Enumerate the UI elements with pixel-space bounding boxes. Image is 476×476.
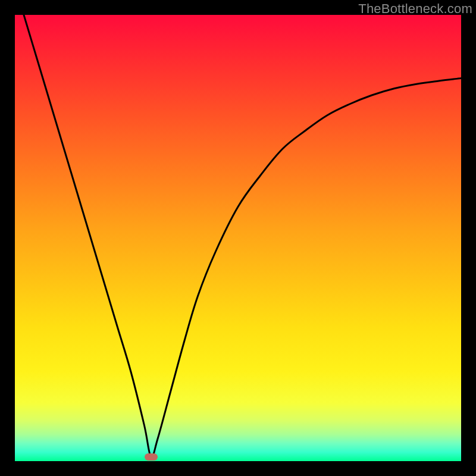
optimal-marker (145, 453, 158, 461)
chart-frame: TheBottleneck.com (0, 0, 476, 476)
plot-area (15, 15, 461, 461)
bottleneck-curve (15, 15, 461, 461)
watermark-text: TheBottleneck.com (358, 1, 472, 17)
